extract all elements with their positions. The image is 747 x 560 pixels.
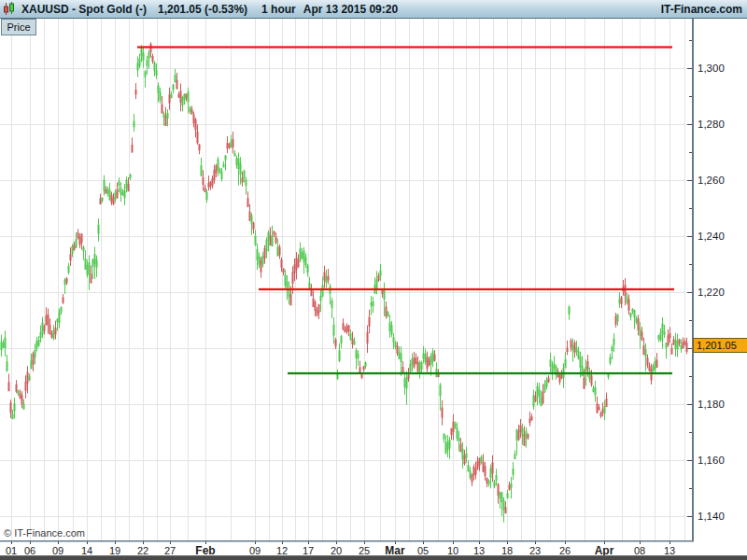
svg-text:1,220: 1,220 (698, 287, 725, 298)
svg-text:1,280: 1,280 (698, 119, 725, 130)
svg-text:1,160: 1,160 (698, 455, 725, 466)
horizontal-scrollbar[interactable] (0, 555, 747, 560)
svg-text:1,140: 1,140 (698, 511, 725, 522)
copyright-watermark: © IT-Finance.com (4, 527, 85, 539)
price-pane-tab[interactable]: Price (1, 19, 36, 35)
chart-window: 1,3001,2801,2601,2401,2201,1801,1601,140… (0, 0, 747, 560)
svg-text:1,260: 1,260 (698, 175, 725, 186)
svg-text:1,180: 1,180 (698, 399, 725, 410)
price-pane-tab-label: Price (7, 21, 30, 33)
svg-text:1,300: 1,300 (698, 63, 725, 74)
svg-text:1,240: 1,240 (698, 231, 725, 242)
price-chart[interactable]: 1,3001,2801,2601,2401,2201,1801,1601,140… (0, 0, 747, 560)
current-price-badge: 1,201.05 (693, 338, 747, 353)
